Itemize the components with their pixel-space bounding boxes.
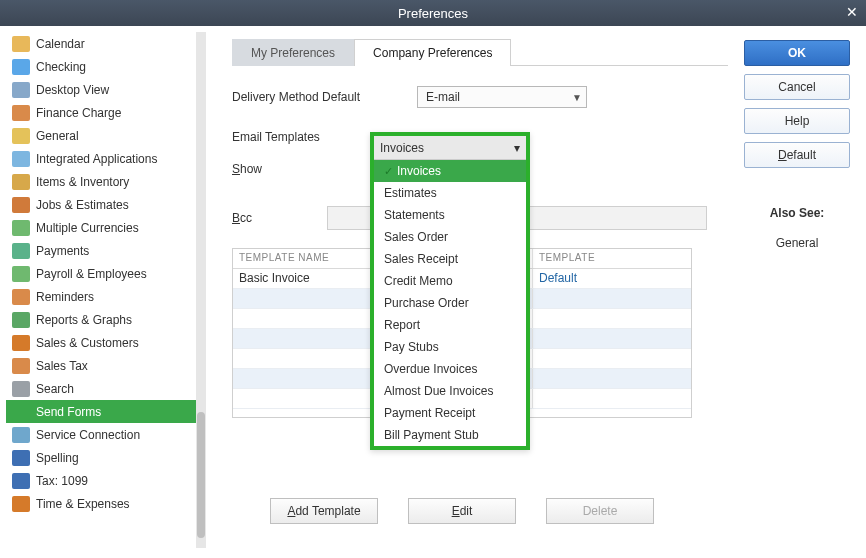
sidebar-icon xyxy=(12,266,30,282)
delivery-method-value: E-mail xyxy=(426,90,460,104)
delivery-method-dropdown[interactable]: E-mail ▼ xyxy=(417,86,587,108)
dropdown-item-estimates[interactable]: Estimates xyxy=(374,182,526,204)
sidebar-item-finance-charge[interactable]: Finance Charge xyxy=(6,101,196,124)
cell-template xyxy=(533,349,691,368)
label-delivery-method: Delivery Method Default xyxy=(232,90,417,104)
sidebar-item-search[interactable]: Search xyxy=(6,377,196,400)
sidebar-item-service-connection[interactable]: Service Connection xyxy=(6,423,196,446)
check-icon: ✓ xyxy=(384,165,393,178)
dropdown-item-almost-due-invoices[interactable]: Almost Due Invoices xyxy=(374,380,526,402)
sidebar-item-label: Reports & Graphs xyxy=(36,313,132,327)
dropdown-item-credit-memo[interactable]: Credit Memo xyxy=(374,270,526,292)
scrollbar-thumb[interactable] xyxy=(197,412,205,538)
dropdown-item-report[interactable]: Report xyxy=(374,314,526,336)
tabs: My Preferences Company Preferences xyxy=(232,36,728,66)
sidebar-item-spelling[interactable]: Spelling xyxy=(6,446,196,469)
sidebar-item-reminders[interactable]: Reminders xyxy=(6,285,196,308)
also-see: Also See: General xyxy=(770,206,825,250)
sidebar-item-label: Multiple Currencies xyxy=(36,221,139,235)
dropdown-item-overdue-invoices[interactable]: Overdue Invoices xyxy=(374,358,526,380)
sidebar-item-checking[interactable]: Checking xyxy=(6,55,196,78)
cell-template xyxy=(533,289,691,308)
dropdown-item-sales-receipt[interactable]: Sales Receipt xyxy=(374,248,526,270)
sidebar-icon xyxy=(12,450,30,466)
sidebar-item-label: Spelling xyxy=(36,451,79,465)
sidebar-item-multiple-currencies[interactable]: Multiple Currencies xyxy=(6,216,196,239)
edit-button[interactable]: Edit xyxy=(408,498,516,524)
sidebar-item-time-expenses[interactable]: Time & Expenses xyxy=(6,492,196,515)
sidebar-item-label: Service Connection xyxy=(36,428,140,442)
sidebar-item-label: Calendar xyxy=(36,37,85,51)
sidebar-item-tax-1099[interactable]: Tax: 1099 xyxy=(6,469,196,492)
sidebar-icon xyxy=(12,381,30,397)
sidebar-item-label: Checking xyxy=(36,60,86,74)
cell-template xyxy=(533,369,691,388)
preferences-sidebar: CalendarCheckingDesktop ViewFinance Char… xyxy=(6,32,196,548)
sidebar-item-sales-customers[interactable]: Sales & Customers xyxy=(6,331,196,354)
sidebar-item-label: Desktop View xyxy=(36,83,109,97)
sidebar-item-payroll-employees[interactable]: Payroll & Employees xyxy=(6,262,196,285)
sidebar-item-calendar[interactable]: Calendar xyxy=(6,32,196,55)
sidebar-item-label: Payments xyxy=(36,244,89,258)
main-panel: My Preferences Company Preferences Deliv… xyxy=(206,32,738,548)
sidebar-item-general[interactable]: General xyxy=(6,124,196,147)
column-template: TEMPLATE xyxy=(533,249,691,268)
cancel-button[interactable]: Cancel xyxy=(744,74,850,100)
sidebar-icon xyxy=(12,105,30,121)
sidebar-item-jobs-estimates[interactable]: Jobs & Estimates xyxy=(6,193,196,216)
sidebar-item-label: Tax: 1099 xyxy=(36,474,88,488)
show-dropdown-list: ✓InvoicesEstimatesStatementsSales OrderS… xyxy=(374,160,526,446)
tab-my-preferences[interactable]: My Preferences xyxy=(232,39,354,66)
sidebar-icon xyxy=(12,496,30,512)
also-see-heading: Also See: xyxy=(770,206,825,220)
sidebar-scrollbar[interactable] xyxy=(196,32,206,548)
sidebar-item-label: General xyxy=(36,129,79,143)
sidebar-item-send-forms[interactable]: Send Forms xyxy=(6,400,196,423)
sidebar-icon xyxy=(12,335,30,351)
delete-button: Delete xyxy=(546,498,654,524)
dropdown-item-statements[interactable]: Statements xyxy=(374,204,526,226)
sidebar-icon xyxy=(12,174,30,190)
sidebar-icon xyxy=(12,151,30,167)
template-actions: Add Template Edit Delete xyxy=(232,498,692,524)
sidebar-icon xyxy=(12,404,30,420)
dropdown-item-sales-order[interactable]: Sales Order xyxy=(374,226,526,248)
dropdown-item-invoices[interactable]: ✓Invoices xyxy=(374,160,526,182)
sidebar-item-label: Search xyxy=(36,382,74,396)
sidebar-icon xyxy=(12,36,30,52)
sidebar-item-payments[interactable]: Payments xyxy=(6,239,196,262)
dropdown-item-payment-receipt[interactable]: Payment Receipt xyxy=(374,402,526,424)
sidebar-item-label: Sales & Customers xyxy=(36,336,139,350)
cell-template xyxy=(533,329,691,348)
sidebar-item-items-inventory[interactable]: Items & Inventory xyxy=(6,170,196,193)
chevron-down-icon: ▼ xyxy=(572,92,582,103)
also-see-link-general[interactable]: General xyxy=(770,236,825,250)
sidebar-item-sales-tax[interactable]: Sales Tax xyxy=(6,354,196,377)
sidebar-wrap: CalendarCheckingDesktop ViewFinance Char… xyxy=(6,32,206,548)
cell-template: Default xyxy=(533,269,691,288)
sidebar-icon xyxy=(12,289,30,305)
sidebar-item-reports-graphs[interactable]: Reports & Graphs xyxy=(6,308,196,331)
dropdown-item-purchase-order[interactable]: Purchase Order xyxy=(374,292,526,314)
sidebar-icon xyxy=(12,427,30,443)
tab-company-preferences[interactable]: Company Preferences xyxy=(354,39,511,66)
label-bcc: Bcc xyxy=(232,211,327,225)
sidebar-item-desktop-view[interactable]: Desktop View xyxy=(6,78,196,101)
sidebar-icon xyxy=(12,358,30,374)
sidebar-item-label: Jobs & Estimates xyxy=(36,198,129,212)
sidebar-item-label: Time & Expenses xyxy=(36,497,130,511)
show-dropdown-selected[interactable]: Invoices ▾ xyxy=(374,136,526,160)
dropdown-item-bill-payment-stub[interactable]: Bill Payment Stub xyxy=(374,424,526,446)
sidebar-item-integrated-applications[interactable]: Integrated Applications xyxy=(6,147,196,170)
sidebar-icon xyxy=(12,243,30,259)
window-body: CalendarCheckingDesktop ViewFinance Char… xyxy=(0,26,866,558)
close-icon[interactable]: ✕ xyxy=(846,4,858,20)
cell-template xyxy=(533,389,691,408)
help-button[interactable]: Help xyxy=(744,108,850,134)
window-title: Preferences xyxy=(398,6,468,21)
add-template-button[interactable]: Add Template xyxy=(270,498,378,524)
dropdown-item-pay-stubs[interactable]: Pay Stubs xyxy=(374,336,526,358)
default-button[interactable]: Default xyxy=(744,142,850,168)
sidebar-icon xyxy=(12,82,30,98)
ok-button[interactable]: OK xyxy=(744,40,850,66)
